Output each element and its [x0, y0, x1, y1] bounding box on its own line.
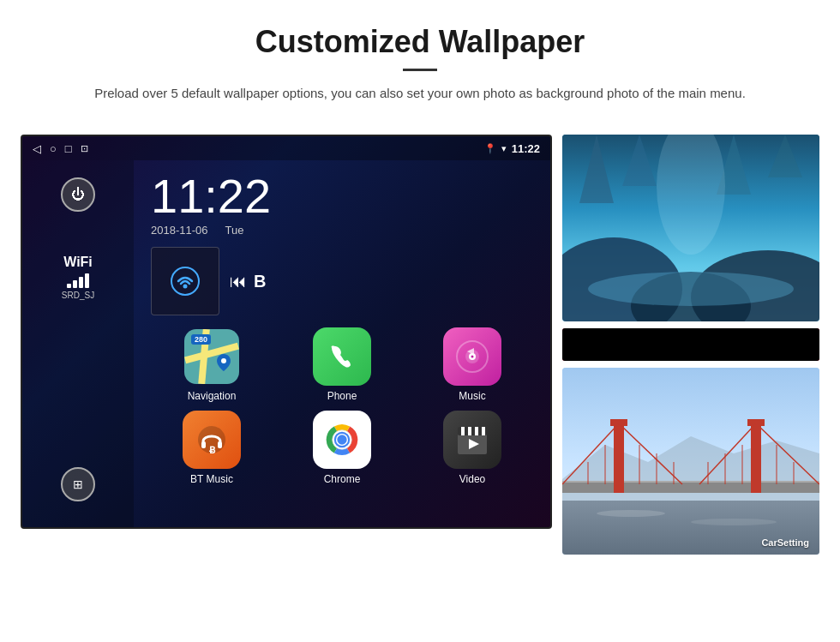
chrome-svg [321, 419, 363, 460]
apps-button[interactable]: ⊞ [61, 467, 95, 501]
wallpaper-partial [562, 328, 819, 361]
music-icon [443, 327, 501, 386]
wifi-widget-card [151, 247, 219, 315]
svg-rect-21 [482, 427, 485, 435]
svg-point-40 [597, 510, 665, 517]
clock-area: 11:22 2018-11-06 Tue [134, 160, 550, 243]
app-item-btmusic[interactable]: Ƀ BT Music [151, 411, 273, 485]
page-description: Preload over 5 default wallpaper options… [86, 83, 754, 104]
wifi-bar-3 [79, 277, 83, 288]
svg-point-15 [337, 435, 346, 444]
status-bar-left: ◁ ○ □ ⊡ [33, 142, 88, 155]
btmusic-icon: Ƀ [183, 411, 241, 469]
prev-track-icon[interactable]: ⏮ [230, 272, 247, 291]
power-icon: ⏻ [71, 187, 85, 202]
chrome-label: Chrome [324, 473, 361, 485]
apps-icon: ⊞ [73, 477, 83, 491]
header-section: Customized Wallpaper Preload over 5 defa… [0, 0, 840, 119]
wallpaper-ice[interactable] [562, 135, 819, 321]
content-area: ◁ ○ □ ⊡ 📍 ▾ 11:22 ⏻ WiFi [0, 119, 840, 572]
svg-rect-9 [218, 441, 222, 448]
svg-rect-19 [468, 427, 471, 435]
clock-date-value: 2018-11-06 [151, 224, 208, 237]
clock-date: 2018-11-06 Tue [151, 224, 533, 237]
page-title: Customized Wallpaper [51, 24, 789, 60]
wifi-status-icon: ▾ [501, 143, 507, 154]
wallpaper-column: CarSetting [562, 135, 819, 555]
wallpaper-bridge[interactable]: CarSetting [562, 368, 819, 555]
clock-time: 11:22 [151, 172, 533, 220]
wifi-ssid: SRD_SJ [62, 291, 94, 300]
svg-point-32 [588, 272, 794, 306]
app-item-navigation[interactable]: 280 Navigation [151, 327, 273, 402]
bridge-wallpaper-svg [562, 368, 819, 555]
svg-rect-42 [562, 481, 819, 493]
home-icon[interactable]: ○ [50, 142, 57, 155]
svg-rect-45 [610, 419, 627, 426]
phone-label: Phone [327, 390, 357, 402]
nav-pin [217, 350, 231, 377]
location-icon: 📍 [484, 143, 496, 154]
svg-rect-18 [461, 427, 465, 435]
svg-rect-47 [747, 419, 765, 426]
svg-rect-8 [201, 441, 206, 448]
bluetooth-icon: B [254, 272, 266, 291]
status-bar: ◁ ○ □ ⊡ 📍 ▾ 11:22 [22, 136, 550, 160]
status-time: 11:22 [512, 142, 540, 155]
svg-rect-44 [614, 419, 624, 493]
left-sidebar: ⏻ WiFi SRD_SJ ⊞ [22, 160, 134, 527]
ice-wallpaper-svg [562, 135, 819, 321]
android-main: 11:22 2018-11-06 Tue ⏮ [134, 160, 550, 527]
nav-badge: 280 [191, 334, 211, 345]
widget-row: ⏮ B [134, 243, 550, 319]
btmusic-svg: Ƀ [195, 423, 229, 457]
phone-icon [313, 327, 371, 386]
navigation-icon: 280 [183, 327, 241, 386]
svg-rect-20 [475, 427, 478, 435]
wifi-bars [62, 273, 94, 288]
status-bar-right: 📍 ▾ 11:22 [484, 142, 540, 155]
app-item-phone[interactable]: Phone [281, 327, 403, 402]
app-item-chrome[interactable]: Chrome [281, 411, 403, 485]
media-controls: ⏮ B [230, 272, 266, 291]
partial-wallpaper-svg [562, 328, 819, 361]
chrome-icon [313, 411, 371, 469]
svg-rect-34 [588, 333, 657, 357]
wifi-bar-1 [67, 284, 71, 288]
svg-text:Ƀ: Ƀ [209, 445, 216, 455]
svg-rect-43 [562, 481, 819, 483]
wifi-large-icon [170, 266, 201, 297]
svg-point-2 [221, 358, 226, 363]
wifi-label: WiFi [62, 255, 94, 270]
app-item-music[interactable]: Music [411, 327, 533, 402]
video-svg [453, 420, 492, 459]
btmusic-label: BT Music [190, 473, 233, 485]
app-item-video[interactable]: Video [411, 411, 533, 485]
video-label: Video [459, 473, 485, 485]
wifi-bar-2 [73, 280, 77, 288]
back-icon[interactable]: ◁ [33, 142, 41, 155]
wifi-bar-4 [85, 273, 89, 288]
clock-day-value: Tue [225, 224, 244, 237]
music-svg [455, 339, 489, 374]
svg-rect-46 [751, 419, 761, 493]
screenshot-icon[interactable]: ⊡ [81, 143, 88, 154]
svg-point-36 [628, 338, 642, 351]
power-button[interactable]: ⏻ [61, 177, 95, 212]
music-label: Music [459, 390, 485, 402]
video-icon [443, 411, 501, 469]
navigation-label: Navigation [188, 390, 237, 402]
svg-point-41 [691, 519, 777, 525]
svg-point-35 [603, 338, 616, 351]
svg-point-6 [471, 356, 474, 358]
title-divider [403, 69, 437, 71]
carsetting-label: CarSetting [761, 537, 809, 548]
svg-point-1 [183, 285, 188, 289]
android-screen: ◁ ○ □ ⊡ 📍 ▾ 11:22 ⏻ WiFi [21, 135, 552, 529]
phone-svg [327, 341, 357, 372]
recents-icon[interactable]: □ [65, 142, 72, 155]
wifi-widget: WiFi SRD_SJ [62, 255, 94, 300]
app-grid: 280 Navigation [134, 319, 550, 494]
